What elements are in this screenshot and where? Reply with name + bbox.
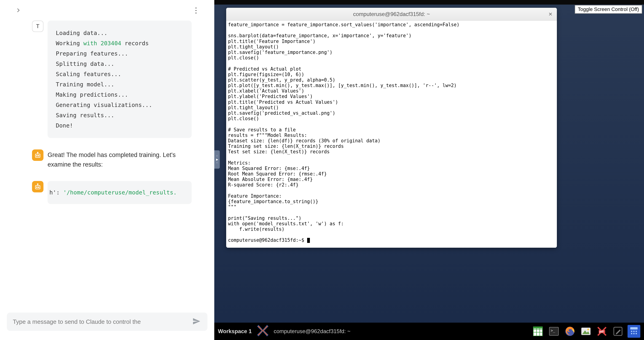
terminal-window: computeruse@962dacf315fd: ~ × feature_im… (226, 8, 557, 248)
chat-panel: ⋮ T Loading data... Working with 203404 … (0, 0, 214, 340)
send-icon[interactable] (192, 317, 202, 326)
bot-message-text: Great! The model has completed training.… (48, 149, 194, 170)
system-tray: >_ pdf (532, 325, 640, 338)
desktop-panel: Toggle Screen Control (Off) ⠿ ▶ ⠿ comput… (214, 0, 644, 340)
toggle-screen-control-button[interactable]: Toggle Screen Control (Off) (575, 5, 642, 14)
kebab-menu-icon[interactable]: ⋮ (192, 6, 200, 15)
svg-point-7 (38, 187, 39, 188)
code-output-block-2: h': '/home/computeruse/model_results. (48, 181, 192, 204)
chat-content: T Loading data... Working with 203404 re… (0, 20, 214, 308)
svg-point-4 (37, 152, 38, 153)
bot-icon (34, 152, 41, 159)
svg-rect-15 (533, 327, 542, 329)
taskbar-item-terminal[interactable]: computeruse@962dacf315fd: ~ (274, 328, 350, 335)
terminal-output: feature_importance = feature_importance.… (228, 22, 460, 232)
svg-point-30 (633, 333, 634, 334)
image-viewer-icon[interactable] (580, 325, 592, 338)
firefox-icon[interactable] (564, 325, 576, 338)
chevron-right-icon[interactable] (14, 6, 23, 15)
svg-point-21 (587, 329, 589, 331)
svg-point-28 (636, 331, 637, 332)
message-input-box[interactable] (7, 313, 208, 331)
svg-point-1 (36, 155, 37, 156)
svg-point-29 (631, 333, 632, 334)
bot-avatar (32, 149, 44, 161)
terminal-cursor (307, 238, 310, 243)
message-row: h': '/home/computeruse/model_results. (7, 181, 208, 204)
svg-text:>_: >_ (551, 328, 555, 333)
svg-rect-0 (36, 154, 40, 157)
text-editor-icon[interactable] (612, 325, 624, 338)
terminal-icon[interactable]: >_ (548, 325, 560, 338)
svg-point-26 (631, 331, 632, 332)
message-row: T Loading data... Working with 203404 re… (7, 20, 208, 138)
svg-point-9 (37, 184, 38, 185)
panel-expand-handle[interactable]: ⠿ ▶ ⠿ (214, 150, 220, 169)
svg-rect-25 (630, 327, 638, 330)
user-avatar: T (32, 20, 44, 32)
terminal-body[interactable]: feature_importance = feature_importance.… (226, 20, 557, 248)
terminal-title-text: computeruse@962dacf315fd: ~ (353, 11, 430, 17)
terminal-titlebar[interactable]: computeruse@962dacf315fd: ~ × (226, 8, 557, 20)
bot-avatar (32, 181, 44, 192)
svg-point-31 (636, 333, 637, 334)
svg-rect-5 (36, 186, 40, 189)
code-output-block: Loading data... Working with 203404 reco… (48, 20, 192, 138)
svg-point-2 (38, 155, 39, 156)
chat-header: ⋮ (0, 0, 214, 20)
message-row: Great! The model has completed training.… (7, 149, 208, 170)
calculator-icon[interactable] (628, 325, 640, 338)
x-logo-icon[interactable] (256, 324, 269, 339)
svg-point-6 (36, 187, 37, 188)
close-icon[interactable]: × (549, 10, 552, 18)
svg-point-27 (633, 331, 634, 332)
spreadsheet-icon[interactable] (532, 325, 544, 338)
terminal-prompt: computeruse@962dacf315fd:~$ (228, 237, 307, 243)
bot-icon (34, 183, 41, 190)
taskbar: Workspace 1 computeruse@962dacf315fd: ~ … (214, 323, 644, 340)
svg-text:pdf: pdf (600, 330, 604, 333)
message-input[interactable] (13, 318, 192, 325)
input-area (0, 308, 214, 340)
pdf-icon[interactable]: pdf (596, 325, 608, 338)
workspace-label[interactable]: Workspace 1 (218, 328, 252, 335)
